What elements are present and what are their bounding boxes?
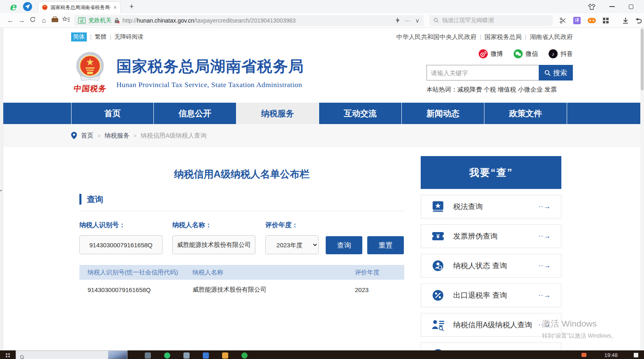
- url-path: /taxpayercreditsearch/20190413003983: [194, 17, 296, 24]
- wechat-link[interactable]: 微信: [514, 49, 538, 58]
- evaluation-year-label: 评价年度：: [265, 221, 319, 230]
- gov-link-sta[interactable]: 国家税务总局: [484, 33, 521, 41]
- insecure-lock-icon: [114, 18, 120, 23]
- weibo-link[interactable]: 微博: [479, 49, 503, 58]
- utility-bar: 简体 | 繁體 | 无障碍阅读 中华人民共和国中央人民政府 | 国家税务总局 |…: [71, 28, 573, 43]
- taxpayer-id-input[interactable]: [79, 235, 162, 254]
- hot-words-list[interactable]: 减税降费 个税 增值税 小微企业 发票: [457, 86, 557, 93]
- table-row: 91430300079161658Q 威胜能源技术股份有限公司 2023: [79, 280, 404, 299]
- gov-link-central[interactable]: 中华人民共和国中央人民政府: [396, 33, 477, 41]
- apps-grid-icon[interactable]: [603, 18, 609, 23]
- screenshot-scissors-icon[interactable]: [560, 17, 566, 24]
- nav-item-info[interactable]: 信息公开: [154, 103, 236, 124]
- douyin-link[interactable]: ♪ 抖音: [549, 49, 573, 58]
- utility-separator: |: [110, 34, 111, 40]
- refresh-icon[interactable]: [27, 16, 38, 24]
- nav-item-home[interactable]: 首页: [71, 103, 154, 124]
- browser-tab[interactable]: 国家税务总局湖南省税务局--纳 ×: [38, 1, 121, 13]
- address-bar[interactable]: 证 党政机关 http://hunan.chinatax.gov.cn/taxp…: [74, 15, 424, 26]
- tab-close-icon[interactable]: ×: [114, 4, 117, 11]
- reader-lightning-icon[interactable]: [396, 17, 400, 23]
- more-actions-icon[interactable]: ···: [405, 17, 410, 24]
- sidebar-item-invoice-check-query[interactable]: ¥ 发票辨伪查询 ··→: [421, 224, 561, 248]
- accessibility-link[interactable]: 无障碍阅读: [114, 33, 143, 41]
- game-center-icon[interactable]: [588, 17, 596, 24]
- sidebar-item-label: 纳税信用A级纳税人查询: [453, 320, 532, 330]
- browser-search-box[interactable]: 钱塘江现罕见蝴蝶潮: [429, 15, 553, 26]
- sidebar-item-export-rebate-query[interactable]: 出口退税率 查询 ··→: [421, 283, 561, 307]
- translate-icon[interactable]: 译: [573, 17, 581, 24]
- user-account-icon[interactable]: [23, 2, 32, 11]
- browser-toolbar: ← → ⌂ 证 党政机关 http://hunan.chinatax.gov.c…: [0, 13, 644, 28]
- search-hot-phrase: 钱塘江现罕见蝴蝶潮: [442, 17, 494, 24]
- utility-separator: |: [480, 34, 482, 40]
- back-icon[interactable]: ←: [5, 17, 16, 24]
- home-icon[interactable]: ⌂: [38, 17, 49, 24]
- sidebar-item-tax-arrears-notice-query[interactable]: ! 欠税公告查询 ··→: [421, 343, 561, 350]
- undo-restore-tab-icon[interactable]: [635, 18, 642, 23]
- search-icon: [544, 70, 551, 76]
- taskbar-wechat-icon[interactable]: [241, 352, 248, 359]
- taskbar-app-icon[interactable]: [183, 352, 190, 359]
- nav-item-interaction[interactable]: 互动交流: [319, 103, 402, 124]
- minimize-button[interactable]: [609, 6, 615, 7]
- theme-skin-icon[interactable]: [588, 4, 595, 10]
- restore-button[interactable]: [629, 5, 633, 9]
- taskbar-clock[interactable]: 19:48: [604, 352, 618, 358]
- arrow-right-icon: ··→: [538, 232, 551, 240]
- downloads-icon[interactable]: [623, 17, 628, 24]
- col-header-taxpayer-name: 纳税人名称: [192, 269, 355, 276]
- url-text[interactable]: http://hunan.chinatax.gov.cn/taxpayercre…: [123, 17, 296, 24]
- site-search-input[interactable]: [426, 65, 539, 81]
- site-logo[interactable]: 中国税务: [71, 52, 109, 94]
- evaluation-year-select[interactable]: 2023年度: [265, 235, 319, 254]
- forward-icon[interactable]: →: [16, 17, 27, 24]
- nav-item-tax-service[interactable]: 纳税服务: [236, 103, 319, 124]
- breadcrumb-home[interactable]: 首页: [81, 132, 93, 140]
- taskbar-360-browser-icon[interactable]: [164, 352, 170, 359]
- taxpayer-name-input[interactable]: [172, 235, 255, 254]
- main-panel: 纳税信用A级纳税人名单公布栏 查询 纳税人识别号： 纳税人名称： 评价: [71, 147, 412, 299]
- start-button[interactable]: [0, 350, 16, 357]
- cert-site-type[interactable]: 党政机关: [88, 17, 111, 24]
- location-pin-icon: [71, 132, 77, 139]
- hot-words-label: 本站热词：: [426, 86, 457, 93]
- page-scrollbar[interactable]: [640, 28, 644, 350]
- lang-simplified-button[interactable]: 简体: [71, 32, 87, 41]
- taskbar-folder-icon[interactable]: [222, 352, 228, 359]
- reset-button[interactable]: 重置: [367, 236, 404, 254]
- favorites-star-list-icon[interactable]: [60, 16, 72, 24]
- scrollbar-thumb[interactable]: [641, 29, 644, 90]
- tray-app-icon[interactable]: [581, 353, 586, 357]
- arrow-right-icon: ··→: [538, 262, 551, 270]
- browser-side-panel-strip[interactable]: ▸: [0, 28, 3, 350]
- sidebar: 我要“查” 税法查询 ··→ ¥ 发票辨伪查询 ··→ 纳税人状态 查询 ··→: [421, 147, 561, 350]
- gov-link-hunan[interactable]: 湖南省人民政府: [530, 33, 573, 41]
- toolbox-briefcase-icon[interactable]: [49, 16, 60, 24]
- arrow-right-icon: ··→: [538, 291, 551, 299]
- search-highlight-thumbnail[interactable]: [108, 351, 127, 359]
- sidebar-title: 我要“查”: [421, 156, 561, 189]
- search-icon: [433, 18, 439, 23]
- browser-360-logo-icon[interactable]: e: [6, 1, 20, 12]
- query-section-title: 查询: [79, 194, 404, 205]
- sidebar-item-tax-law-query[interactable]: 税法查询 ··→: [421, 195, 561, 219]
- breadcrumb-section[interactable]: 纳税服务: [105, 132, 130, 140]
- nav-item-news[interactable]: 新闻动态: [402, 103, 484, 124]
- tray-icon[interactable]: [634, 353, 638, 357]
- refresh-glyph: [30, 16, 36, 23]
- sidebar-item-taxpayer-status-query[interactable]: 纳税人状态 查询 ··→: [421, 254, 561, 278]
- taskbar-app-icon[interactable]: [145, 352, 151, 359]
- taskbar-app-icon[interactable]: [203, 352, 209, 359]
- tab-favicon-icon: [42, 5, 48, 10]
- dropdown-chevron-icon[interactable]: ∨: [415, 17, 419, 24]
- sidebar-item-credit-a-taxpayer-query[interactable]: 纳税信用A级纳税人查询 ··→: [421, 313, 561, 337]
- nav-item-policy[interactable]: 政策文件: [484, 103, 567, 124]
- site-search-button[interactable]: 搜索: [539, 65, 573, 81]
- lang-traditional-button[interactable]: 繁體: [95, 33, 107, 41]
- side-panel-handle-icon[interactable]: ▸: [0, 188, 2, 192]
- query-button[interactable]: 查询: [326, 236, 362, 254]
- star-list-glyph: [63, 16, 70, 23]
- taskbar-search-box[interactable]: [16, 350, 127, 359]
- new-tab-button[interactable]: +: [127, 2, 137, 11]
